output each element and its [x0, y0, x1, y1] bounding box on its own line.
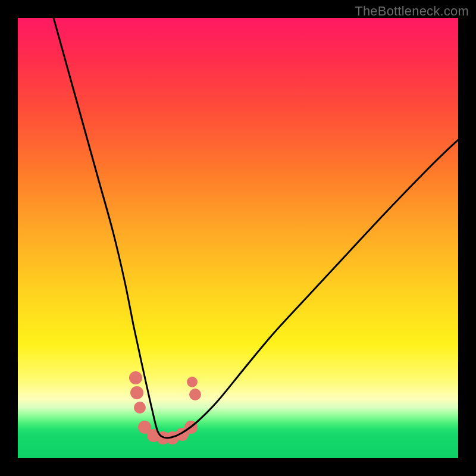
curve-layer [18, 18, 458, 458]
watermark-text: TheBottleneck.com [355, 4, 469, 19]
marker-group [129, 371, 201, 444]
highlight-dot [187, 377, 198, 387]
bottleneck-curve [54, 18, 458, 438]
highlight-dot [189, 389, 201, 400]
plot-area [18, 18, 458, 458]
highlight-dot [134, 402, 146, 414]
outer-frame: TheBottleneck.com [0, 0, 476, 476]
highlight-dot [130, 386, 143, 399]
highlight-dot [129, 371, 142, 384]
